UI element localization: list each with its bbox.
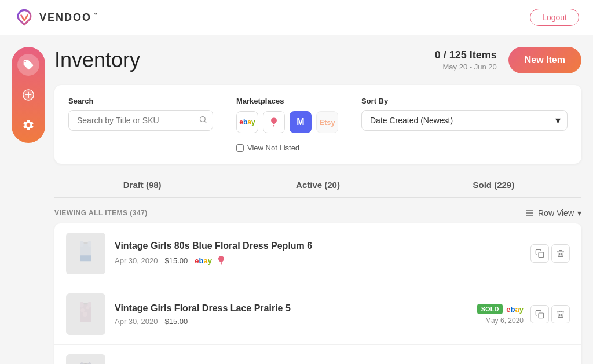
item-title: Vintage Girls 80s Blue Floral Dress Pepl… [115, 241, 521, 251]
table-row: Vintage 80s 90s Girls Floral Dress Butto… [54, 345, 581, 364]
svg-point-3 [273, 125, 275, 127]
content-area: Inventory 0 / 125 Items May 20 - Jun 20 … [54, 47, 581, 364]
viewing-label: VIEWING ALL ITEMS (347) [54, 209, 148, 217]
item-info: Vintage Girls Floral Dress Lace Prairie … [115, 303, 468, 326]
table-row: Vintage Girls 80s Blue Floral Dress Pepl… [54, 223, 581, 284]
logout-button[interactable]: Logout [530, 9, 579, 26]
item-info: Vintage Girls 80s Blue Floral Dress Pepl… [115, 241, 521, 266]
items-count: 0 / 125 Items [435, 49, 497, 61]
item-marketplaces: ebay [195, 255, 227, 266]
plus-icon [22, 89, 35, 101]
svg-point-18 [83, 312, 87, 317]
gear-icon [22, 119, 35, 131]
poshmark-small-icon [215, 255, 227, 266]
svg-rect-13 [539, 252, 544, 258]
item-thumbnail [66, 233, 105, 274]
view-not-listed-checkbox[interactable] [236, 144, 244, 152]
svg-line-2 [204, 121, 206, 123]
svg-point-19 [80, 302, 84, 308]
item-price: $15.00 [164, 317, 188, 326]
item-date: Apr 30, 2020 [115, 317, 158, 326]
marketplaces-label: Marketplaces [236, 97, 338, 105]
svg-point-10 [80, 241, 84, 247]
rows-icon [525, 208, 535, 218]
copy-button[interactable] [530, 244, 549, 263]
sort-group: Sort By Date Created (Newest) Date Creat… [361, 97, 568, 131]
sidebar-icon-add[interactable] [17, 84, 39, 106]
filter-row: Search Marketplaces ebay [68, 97, 568, 152]
view-not-listed-label: View Not Listed [247, 144, 299, 152]
svg-point-20 [87, 302, 91, 308]
search-group: Search [68, 97, 213, 131]
row-view-chevron: ▾ [577, 208, 581, 218]
item-meta: Apr 30, 2020 $15.00 [115, 317, 468, 326]
topbar: Inventory 0 / 125 Items May 20 - Jun 20 … [54, 47, 581, 73]
svg-rect-9 [80, 255, 91, 261]
new-item-button[interactable]: New Item [508, 47, 581, 73]
trash-icon [556, 249, 565, 258]
viewing-bar: VIEWING ALL ITEMS (347) Row View ▾ [54, 204, 581, 223]
vendoo-logo-icon [14, 7, 35, 28]
logo-text: VENDOO™ [39, 12, 98, 24]
search-input[interactable] [68, 110, 213, 131]
sort-label: Sort By [361, 97, 568, 105]
marketplace-ebay[interactable]: ebay [236, 111, 258, 133]
copy-icon [535, 310, 544, 319]
items-date: May 20 - Jun 20 [435, 62, 497, 71]
item-price: $15.00 [164, 256, 188, 265]
marketplace-icons: ebay M Etsy [236, 111, 338, 133]
item-meta: Apr 30, 2020 $15.00 ebay [115, 255, 521, 266]
item-status: SOLD ebay May 6, 2020 [477, 304, 524, 325]
row-view-button[interactable]: Row View ▾ [525, 208, 581, 218]
tab-sold[interactable]: Sold (229) [406, 173, 581, 197]
page-title: Inventory [54, 48, 140, 72]
search-input-wrap [68, 110, 213, 131]
row-view-label: Row View [538, 208, 574, 218]
sidebar [12, 47, 45, 364]
item-thumbnail [66, 293, 105, 335]
trash-icon [556, 310, 565, 319]
marketplace-etsy[interactable]: Etsy [316, 111, 338, 133]
tag-icon [23, 59, 34, 71]
tab-active[interactable]: Active (20) [230, 173, 405, 197]
svg-point-11 [87, 241, 91, 247]
item-actions [530, 305, 570, 323]
item-right: SOLD ebay May 6, 2020 [477, 304, 570, 325]
svg-point-1 [200, 117, 206, 122]
search-icon [199, 115, 207, 126]
copy-icon [535, 249, 544, 258]
tabs: Draft (98) Active (20) Sold (229) [54, 173, 581, 198]
tab-draft[interactable]: Draft (98) [54, 173, 230, 197]
item-date: Apr 30, 2020 [115, 256, 158, 265]
item-title: Vintage Girls Floral Dress Lace Prairie … [115, 303, 468, 314]
item-thumbnail [66, 354, 105, 364]
svg-point-16 [80, 308, 85, 312]
filter-bar: Search Marketplaces ebay [54, 85, 581, 164]
logo: VENDOO™ [14, 7, 98, 28]
item-actions [530, 244, 570, 263]
items-list: Vintage Girls 80s Blue Floral Dress Pepl… [54, 223, 581, 364]
marketplace-poshmark[interactable] [263, 111, 285, 133]
marketplaces-group: Marketplaces ebay [236, 97, 338, 152]
svg-point-12 [221, 263, 222, 265]
items-info: 0 / 125 Items May 20 - Jun 20 [435, 49, 497, 71]
main-content: Inventory 0 / 125 Items May 20 - Jun 20 … [0, 35, 593, 364]
sold-badge: SOLD [477, 304, 503, 314]
delete-button[interactable] [551, 305, 570, 323]
sold-date: May 6, 2020 [485, 317, 524, 325]
copy-button[interactable] [530, 305, 549, 323]
search-label: Search [68, 97, 213, 105]
view-not-listed: View Not Listed [236, 144, 338, 152]
sidebar-icon-tag[interactable] [17, 54, 39, 76]
header: VENDOO™ Logout [0, 0, 593, 35]
delete-button[interactable] [551, 244, 570, 263]
table-row: Vintage Girls Floral Dress Lace Prairie … [54, 284, 581, 345]
svg-rect-21 [539, 313, 544, 318]
marketplace-mercari[interactable]: M [290, 111, 312, 133]
sort-wrap: Date Created (Newest) Date Created (Olde… [361, 110, 568, 131]
sidebar-pill [12, 47, 45, 143]
sort-select[interactable]: Date Created (Newest) Date Created (Olde… [361, 110, 568, 131]
sidebar-icon-settings[interactable] [17, 114, 39, 136]
poshmark-icon [268, 116, 280, 128]
